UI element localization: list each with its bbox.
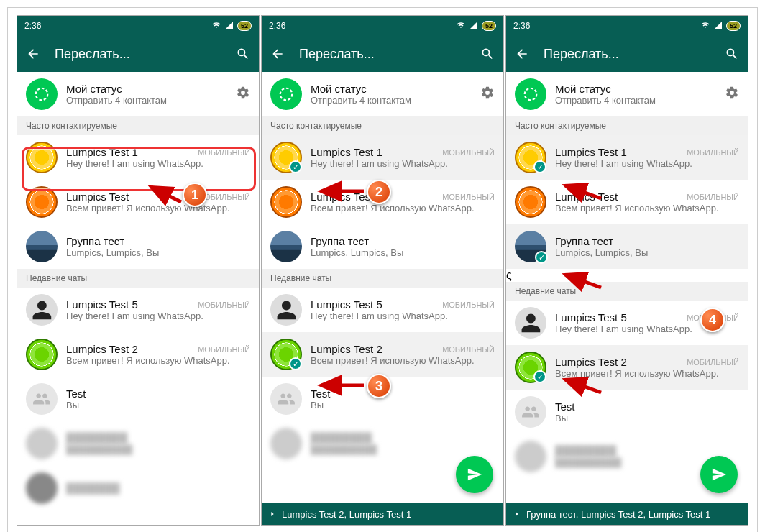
clock: 2:36 [513,21,530,31]
avatar [270,294,302,326]
chevron-right-icon [269,509,276,520]
avatar: ✓ [515,142,546,173]
contact-row-group-test[interactable]: ✓ Группа тестLumpics, Lumpics, Вы [506,224,748,269]
mobile-tag: МОБИЛЬНЫЙ [687,193,739,201]
tutorial-canvas: 2:36 52 Переслать... Мой статус Отпр [7,7,758,532]
avatar [270,231,302,262]
mobile-tag: МОБИЛЬНЫЙ [687,358,739,367]
avatar: ✓ [515,231,546,262]
contact-row-lumpics-test-1[interactable]: ✓ Lumpics Test 1МОБИЛЬНЫЙHey there! I am… [262,135,503,180]
avatar [270,428,302,459]
contact-row-lumpics-test-1[interactable]: ✓ Lumpics Test 1МОБИЛЬНЫЙHey there! I am… [506,135,748,180]
wifi-icon [456,21,466,32]
avatar [26,294,58,326]
my-status-row[interactable]: Мой статусОтправить 4 контактам [262,72,503,116]
contact-name: Test [555,400,739,413]
selection-footer: Lumpics Test 2, Lumpics Test 1 [262,503,503,525]
signal-icon [224,21,234,32]
screen-title: Переслать... [299,47,466,62]
selected-names: Lumpics Test 2, Lumpics Test 1 [282,509,411,520]
contact-row-lumpics-test-2[interactable]: Lumpics Test 2МОБИЛЬНЫЙ Всем привет! Я и… [17,332,259,377]
gear-icon[interactable] [725,86,739,103]
battery-indicator: 52 [726,21,741,31]
avatar [26,186,58,218]
back-icon[interactable] [513,45,531,63]
contact-status: Lumpics, Lumpics, Вы [311,247,495,258]
contact-status: Всем привет! Я использую WhatsApp. [555,203,739,214]
section-recent: Недавние чаты [506,282,748,301]
contact-name: Lumpics Test 2 [555,356,627,368]
avatar [515,396,546,428]
mobile-tag: МОБИЛЬНЫЙ [198,301,250,309]
status-title: Мой статус [311,83,480,95]
send-button[interactable] [456,456,493,493]
app-header: Переслать... [17,36,259,72]
contact-status: Всем привет! Я использую WhatsApp. [311,203,495,214]
app-header: Переслать... [262,36,503,72]
contact-row-group-test[interactable]: Группа тест Lumpics, Lumpics, Вы [17,224,259,269]
contact-status: Lumpics, Lumpics, Вы [555,247,739,258]
chevron-right-icon [513,509,521,520]
contact-status: Всем привет! Я использую WhatsApp. [66,203,250,214]
contact-row-lumpics-test-5[interactable]: Lumpics Test 5МОБИЛЬНЫЙHey there! I am u… [506,301,748,345]
check-icon: ✓ [533,160,546,173]
search-icon[interactable] [234,45,252,63]
send-button[interactable] [700,456,738,493]
contact-name: Lumpics Test 5 [555,311,627,324]
battery-indicator: 52 [482,21,496,31]
contact-row-test-group[interactable]: TestВы [262,377,503,421]
contact-row-lumpics-test[interactable]: Lumpics TestМОБИЛЬНЫЙ Всем привет! Я исп… [17,180,259,224]
check-icon: ✓ [535,251,548,264]
mobile-tag: МОБИЛЬНЫЙ [687,148,739,157]
clock: 2:36 [24,21,41,31]
battery-indicator: 52 [237,21,252,31]
contact-name: Lumpics Test 5 [311,298,382,311]
my-status-row[interactable]: Мой статусОтправить 4 контактам [506,72,748,116]
android-statusbar: 2:36 52 [262,16,503,36]
my-status-row[interactable]: Мой статус Отправить 4 контактам [17,72,259,116]
contact-name: Test [311,387,495,400]
contact-status: Hey there! I am using WhatsApp. [555,158,739,169]
app-header: Переслать... [506,36,748,72]
avatar [270,186,302,218]
svg-point-2 [280,88,293,101]
android-statusbar: 2:36 52 [506,16,748,36]
mobile-tag: МОБИЛЬНЫЙ [198,148,250,157]
contact-status: Lumpics, Lumpics, Вы [66,247,250,258]
contact-row-lumpics-test-5[interactable]: Lumpics Test 5МОБИЛЬНЫЙ Hey there! I am … [17,288,259,332]
contact-row-group-test[interactable]: Группа тестLumpics, Lumpics, Вы [262,224,503,269]
contact-status: Вы [66,400,250,411]
contact-row-blurred[interactable]: ██████████████████ [17,421,259,466]
contact-name: Lumpics Test 2 [66,343,138,355]
back-icon[interactable] [24,45,42,63]
signal-icon [713,21,723,32]
contact-row-lumpics-test-2[interactable]: ✓ Lumpics Test 2МОБИЛЬНЫЙВсем привет! Я … [262,332,503,377]
contact-row-lumpics-test[interactable]: Lumpics TestМОБИЛЬНЫЙВсем привет! Я испо… [506,180,748,224]
contact-status: Hey there! I am using WhatsApp. [66,158,250,169]
contact-name: Lumpics Test [311,191,373,203]
avatar [515,441,546,472]
contact-row-lumpics-test[interactable]: Lumpics TestМОБИЛЬНЫЙВсем привет! Я испо… [262,180,503,224]
contact-list: Мой статус Отправить 4 контактам Часто к… [17,72,259,525]
status-subtitle: Отправить 4 контактам [555,95,725,106]
search-icon[interactable] [723,45,741,63]
android-statusbar: 2:36 52 [17,16,259,36]
avatar [515,186,546,218]
avatar [26,472,58,504]
contact-row-test-group[interactable]: TestВы [506,390,748,434]
contact-row-lumpics-test-5[interactable]: Lumpics Test 5МОБИЛЬНЫЙHey there! I am u… [262,288,503,332]
status-ring-icon [26,78,58,110]
status-title: Мой статус [66,83,236,95]
contact-row-lumpics-test-1[interactable]: Lumpics Test 1МОБИЛЬНЫЙ Hey there! I am … [17,135,259,180]
contact-row-lumpics-test-2[interactable]: ✓ Lumpics Test 2МОБИЛЬНЫЙВсем привет! Я … [506,345,748,390]
contact-row-blurred[interactable]: ███████ [17,466,259,510]
contact-row-test-group[interactable]: Test Вы [17,377,259,421]
svg-point-0 [36,88,48,101]
back-icon[interactable] [269,45,286,63]
gear-icon[interactable] [236,86,250,103]
avatar [26,428,58,459]
search-icon[interactable] [479,45,496,63]
mobile-tag: МОБИЛЬНЫЙ [198,345,250,354]
gear-icon[interactable] [480,86,495,103]
status-title: Мой статус [555,83,725,95]
